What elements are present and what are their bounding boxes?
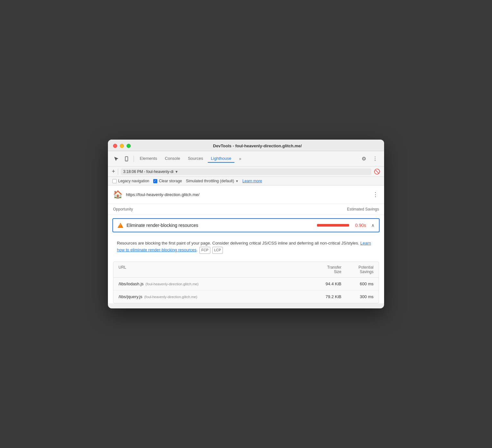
table-header: URL TransferSize PotentialSavings (113, 262, 379, 278)
table-row: /libs/lodash.js (foul-heavenly-direction… (113, 278, 379, 290)
row-savings-1: 600 ms (341, 281, 373, 286)
opportunity-chevron-icon[interactable]: ∧ (371, 223, 374, 228)
address-field[interactable]: 3:18:06 PM - foul-heavenly-di ▼ (121, 168, 371, 175)
throttling-label: Simulated throttling (default) (186, 179, 234, 183)
warning-icon (118, 223, 123, 228)
throttling-select[interactable]: Simulated throttling (default) ▼ (186, 179, 239, 183)
titlebar: DevTools - foul-heavenly-direction.glitc… (108, 140, 384, 151)
minimize-button[interactable] (120, 144, 124, 148)
col-transfer-header: TransferSize (312, 265, 341, 274)
fcp-badge: FCP (199, 247, 210, 254)
legacy-nav-group: Legacy navigation (112, 179, 149, 183)
row-url-host-1: (foul-heavenly-direction.glitch.me) (145, 282, 198, 286)
opportunity-bar (317, 224, 349, 227)
main-content: 🏠 https://foul-heavenly-direction.glitch… (108, 185, 384, 303)
lighthouse-icon: 🏠 (113, 190, 123, 199)
more-tabs-button[interactable]: » (236, 154, 244, 164)
opportunity-item: Eliminate render-blocking resources 0.90… (112, 218, 380, 232)
legacy-nav-checkbox[interactable] (112, 179, 117, 183)
opportunity-label: Opportunity (113, 207, 133, 211)
settings-icon[interactable]: ⚙ (359, 153, 369, 164)
row-url-main-2: /libs/jquery.js (119, 294, 142, 299)
col-url-header: URL (119, 265, 312, 274)
col-savings-header: PotentialSavings (341, 265, 373, 274)
legacy-nav-label: Legacy navigation (118, 179, 149, 183)
opportunity-time: 0.90s (352, 223, 366, 228)
clear-storage-group: ✓ Clear storage (153, 179, 182, 183)
lighthouse-more-button[interactable]: ⋮ (373, 191, 379, 198)
svg-point-1 (126, 160, 127, 160)
lighthouse-url-row: 🏠 https://foul-heavenly-direction.glitch… (113, 190, 373, 199)
no-entry-icon[interactable]: 🚫 (374, 168, 380, 175)
new-tab-button[interactable]: + (112, 168, 115, 175)
traffic-lights (113, 144, 131, 148)
maximize-button[interactable] (127, 144, 131, 148)
row-url-host-2: (foul-heavenly-direction.glitch.me) (144, 295, 197, 299)
menu-icon[interactable]: ⋮ (370, 153, 380, 164)
lighthouse-url: https://foul-heavenly-direction.glitch.m… (126, 192, 199, 197)
row-size-2: 79.2 KiB (312, 294, 341, 299)
tab-lighthouse[interactable]: Lighthouse (208, 155, 235, 163)
address-divider (118, 168, 118, 175)
row-size-1: 94.4 KiB (312, 281, 341, 286)
opportunity-bar-container: 0.90s (317, 223, 366, 228)
estimated-savings-label: Estimated Savings (347, 207, 379, 211)
opportunity-item-header: Eliminate render-blocking resources 0.90… (113, 219, 379, 232)
address-dropdown-icon[interactable]: ▼ (175, 170, 178, 174)
close-button[interactable] (113, 144, 117, 148)
toolbar: Elements Console Sources Lighthouse » ⚙ … (108, 151, 384, 167)
address-text: 3:18:06 PM - foul-heavenly-di (123, 169, 174, 174)
lcp-badge: LCP (212, 247, 223, 254)
opportunity-header: Opportunity Estimated Savings (108, 204, 384, 215)
devtools-window: DevTools - foul-heavenly-direction.glitc… (108, 140, 384, 308)
lighthouse-header: 🏠 https://foul-heavenly-direction.glitch… (108, 185, 384, 204)
learn-more-link[interactable]: Learn more (242, 179, 262, 183)
tab-elements[interactable]: Elements (136, 155, 160, 163)
opportunity-description: Resources are blocking the first paint o… (108, 236, 384, 258)
table-row: /libs/jquery.js (foul-heavenly-direction… (113, 290, 379, 303)
description-text-1: Resources are blocking the first paint o… (117, 241, 359, 246)
opportunity-table: URL TransferSize PotentialSavings /libs/… (113, 262, 379, 303)
tab-sources[interactable]: Sources (185, 155, 206, 163)
options-bar: Legacy navigation ✓ Clear storage Simula… (108, 177, 384, 185)
clear-storage-checkbox[interactable]: ✓ (153, 179, 157, 183)
cursor-icon[interactable] (112, 154, 121, 163)
window-title: DevTools - foul-heavenly-direction.glitc… (136, 143, 379, 148)
clear-storage-label: Clear storage (159, 179, 182, 183)
mobile-icon[interactable] (122, 154, 131, 163)
address-bar: + 3:18:06 PM - foul-heavenly-di ▼ 🚫 (108, 167, 384, 177)
toolbar-divider (134, 156, 134, 162)
throttling-dropdown-icon: ▼ (235, 179, 239, 183)
row-savings-2: 300 ms (341, 294, 373, 299)
opportunity-title: Eliminate render-blocking resources (127, 223, 314, 228)
row-url-2: /libs/jquery.js (foul-heavenly-direction… (119, 294, 312, 299)
row-url-1: /libs/lodash.js (foul-heavenly-direction… (119, 281, 312, 286)
tab-console[interactable]: Console (162, 155, 183, 163)
row-url-main-1: /libs/lodash.js (119, 281, 144, 286)
